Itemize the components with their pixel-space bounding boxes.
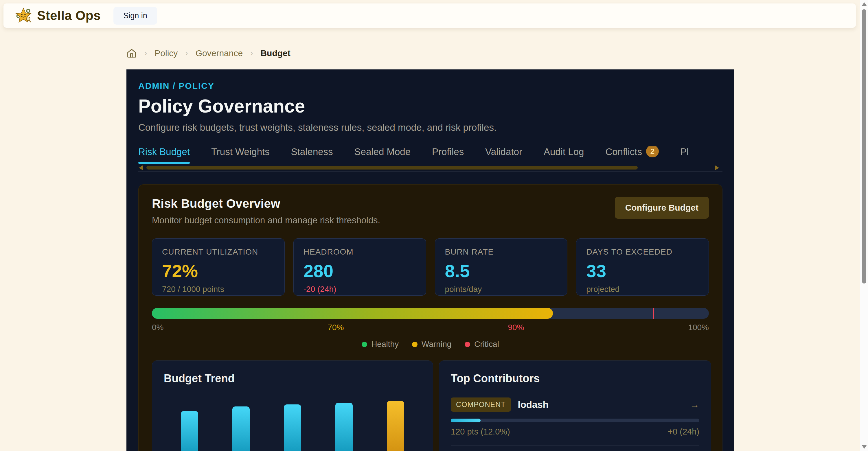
gauge-threshold-label: 100% (688, 323, 709, 332)
contributor-name: lodash (518, 399, 549, 410)
contributors-list: COMPONENT lodash → 120 pts (12.0%) +0 (2… (451, 397, 699, 451)
brand-logo-icon (15, 7, 32, 24)
tab-sealed-mode[interactable]: Sealed Mode (354, 147, 410, 164)
stat-card-current-utilization: CURRENT UTILIZATION 72% 720 / 1000 point… (152, 238, 285, 296)
tab-truncated[interactable]: Pl (680, 147, 689, 164)
warning-dot-icon (412, 342, 417, 347)
legend-label: Warning (422, 340, 452, 349)
contributor-bar-fill (451, 419, 480, 422)
stats-grid: CURRENT UTILIZATION 72% 720 / 1000 point… (152, 238, 709, 296)
risk-budget-overview-card: Risk Budget Overview Monitor budget cons… (138, 184, 722, 451)
contributor-delta: +0 (24h) (668, 427, 699, 437)
tabs-scrollbar-thumb[interactable] (146, 166, 638, 169)
legend-label: Healthy (371, 340, 399, 349)
tabs-viewport: Risk Budget Trust Weights Staleness Seal… (138, 147, 722, 164)
gauge-threshold-label: 70% (328, 323, 344, 332)
stat-card-headroom: HEADROOM 280 -20 (24h) (293, 238, 426, 296)
stat-label: BURN RATE (445, 247, 558, 257)
stat-value: 72% (162, 261, 275, 281)
tabs-divider (138, 171, 722, 172)
trend-flat-arrow-icon: → (690, 399, 699, 410)
trend-bar (284, 405, 301, 451)
breadcrumb-link-governance[interactable]: Governance (195, 48, 243, 58)
stat-sub: -20 (24h) (304, 285, 416, 294)
budget-trend-chart (164, 401, 421, 451)
page-title: Policy Governance (138, 95, 722, 117)
breadcrumb-separator: › (185, 49, 188, 58)
healthy-dot-icon (362, 342, 367, 347)
tab-validator[interactable]: Validator (485, 147, 522, 164)
tab-staleness[interactable]: Staleness (291, 147, 333, 164)
legend-item-healthy: Healthy (362, 340, 399, 349)
budget-trend-card: Budget Trend 12/1 12/8 12/15 12/22 12/29 (152, 360, 433, 451)
legend-item-warning: Warning (412, 340, 452, 349)
overview-subtitle: Monitor budget consumption and manage ri… (152, 215, 380, 226)
top-contributors-card: Top Contributors COMPONENT lodash → (439, 360, 711, 451)
contributor-type-badge: COMPONENT (451, 397, 511, 412)
browser-scrollbar-thumb[interactable] (862, 9, 866, 284)
breadcrumb-home-link[interactable] (126, 48, 137, 58)
stat-sub: projected (586, 285, 699, 294)
stat-label: CURRENT UTILIZATION (162, 247, 275, 257)
app-header: Stella Ops Sign in (3, 3, 856, 28)
utilization-gauge-fill (152, 308, 553, 319)
contributor-row[interactable]: COMPONENT lodash → 120 pts (12.0%) +0 (2… (451, 397, 699, 446)
contributor-points: 120 pts (12.0%) (451, 427, 510, 437)
gauge-threshold-labels: 0% 70% 90% 100% (152, 323, 709, 332)
tabs-scroll-left-arrow-icon[interactable] (139, 165, 143, 170)
trend-bar (232, 407, 250, 451)
stat-card-burn-rate: BURN RATE 8.5 points/day (435, 238, 568, 296)
trend-bar (387, 401, 404, 451)
page-container: › Policy › Governance › Budget ADMIN / P… (126, 0, 734, 451)
breadcrumb-separator: › (144, 49, 147, 58)
configure-budget-button[interactable]: Configure Budget (615, 197, 709, 219)
legend-label: Critical (474, 340, 499, 349)
utilization-gauge-track (152, 308, 709, 319)
breadcrumb-link-policy[interactable]: Policy (155, 48, 178, 58)
breadcrumb: › Policy › Governance › Budget (126, 48, 734, 58)
gauge-threshold-label: 0% (152, 323, 163, 332)
gauge-legend: Healthy Warning Critical (152, 340, 709, 349)
overview-title: Risk Budget Overview (152, 197, 380, 211)
tab-profiles[interactable]: Profiles (432, 147, 464, 164)
tab-trust-weights[interactable]: Trust Weights (211, 147, 270, 164)
stat-value: 280 (304, 261, 416, 281)
browser-scrollbar[interactable] (860, 0, 868, 451)
top-contributors-title: Top Contributors (451, 372, 699, 385)
gauge-threshold-label: 90% (508, 323, 524, 332)
breadcrumb-current: Budget (260, 48, 290, 58)
scroll-down-arrow-icon[interactable] (862, 445, 867, 449)
critical-dot-icon (465, 342, 470, 347)
page-subtitle: Configure risk budgets, trust weights, s… (138, 122, 722, 133)
stat-card-days-to-exceeded: DAYS TO EXCEEDED 33 projected (576, 238, 709, 296)
tabs-scroll-right-arrow-icon[interactable] (715, 165, 719, 170)
stat-sub: 720 / 1000 points (162, 285, 275, 294)
brand-name: Stella Ops (37, 8, 101, 23)
legend-item-critical: Critical (465, 340, 499, 349)
stat-value: 8.5 (445, 261, 558, 281)
stat-label: HEADROOM (304, 247, 416, 257)
trend-bar (335, 403, 353, 451)
policy-governance-panel: ADMIN / POLICY Policy Governance Configu… (126, 69, 734, 451)
conflicts-count-badge: 2 (646, 147, 659, 157)
stat-sub: points/day (445, 285, 558, 294)
tab-conflicts[interactable]: Conflicts 2 (605, 147, 659, 164)
stat-label: DAYS TO EXCEEDED (586, 247, 699, 257)
critical-threshold-marker (653, 308, 654, 319)
stat-value: 33 (586, 261, 699, 281)
tab-audit-log[interactable]: Audit Log (544, 147, 584, 164)
divider (451, 445, 699, 446)
breadcrumb-separator: › (250, 49, 253, 58)
home-icon (126, 48, 137, 58)
contributor-bar-track (451, 419, 699, 422)
brand[interactable]: Stella Ops (15, 7, 101, 24)
tab-conflicts-label: Conflicts (605, 147, 642, 157)
page-eyebrow: ADMIN / POLICY (138, 81, 722, 91)
tabs-row: Risk Budget Trust Weights Staleness Seal… (138, 147, 722, 164)
budget-trend-title: Budget Trend (164, 372, 421, 385)
tab-risk-budget[interactable]: Risk Budget (138, 147, 190, 164)
sign-in-button[interactable]: Sign in (114, 7, 157, 25)
scroll-up-arrow-icon[interactable] (862, 2, 867, 6)
trend-bar (181, 411, 198, 451)
tabs-scrollbar[interactable] (138, 165, 722, 170)
